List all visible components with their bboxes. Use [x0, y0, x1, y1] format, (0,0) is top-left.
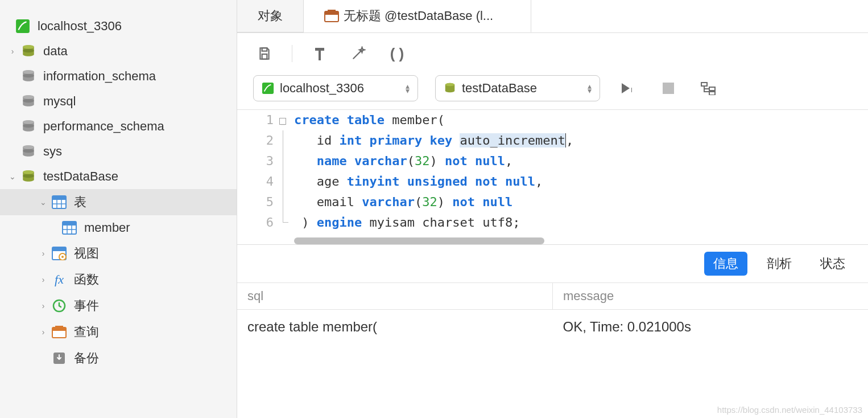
svg-point-3: [23, 45, 34, 49]
queries-folder[interactable]: › 查询: [0, 319, 237, 345]
query-icon: [50, 324, 68, 340]
db-label: performance_schema: [43, 119, 164, 134]
folder-label: 表: [74, 194, 86, 211]
backup-icon: [50, 350, 68, 366]
folder-label: 备份: [74, 350, 99, 367]
svg-point-17: [23, 174, 34, 178]
toolbar: ( ): [237, 33, 868, 71]
svg-point-18: [23, 170, 34, 174]
connection-icon: [262, 82, 274, 95]
svg-point-6: [23, 70, 34, 74]
db-label: information_schema: [43, 69, 156, 84]
svg-rect-41: [262, 48, 267, 51]
horizontal-scrollbar[interactable]: [294, 237, 544, 244]
svg-point-2: [23, 49, 34, 53]
stepper-icon: ▴▾: [588, 84, 592, 93]
svg-rect-47: [663, 83, 674, 94]
database-node-testdatabase[interactable]: ⌄ testDataBase: [0, 164, 237, 189]
database-icon: [19, 169, 38, 185]
views-folder[interactable]: › 视图: [0, 240, 237, 267]
connection-icon: [14, 18, 32, 34]
database-icon: [19, 93, 38, 109]
database-node-sys[interactable]: sys: [0, 139, 237, 164]
chevron-down-icon: ⌄: [36, 198, 50, 207]
database-node-mysql[interactable]: mysql: [0, 89, 237, 114]
results-panel: 信息 剖析 状态 sql message create table member…: [237, 244, 868, 418]
query-tab-icon: [324, 9, 339, 23]
svg-rect-48: [701, 83, 707, 86]
watermark: https://blog.csdn.net/weixin_44103733: [717, 405, 862, 415]
database-icon: [19, 144, 38, 159]
chevron-down-icon: ⌄: [6, 172, 19, 181]
result-row[interactable]: create table member( OK, Time: 0.021000s: [237, 310, 868, 344]
svg-point-11: [23, 124, 34, 128]
tab-objects[interactable]: 对象: [237, 0, 304, 32]
svg-rect-0: [16, 19, 30, 33]
clock-icon: [50, 298, 68, 314]
backups-folder[interactable]: 备份: [0, 345, 237, 371]
database-picker[interactable]: testDataBase ▴▾: [435, 75, 600, 101]
table-label: member: [84, 220, 130, 235]
cell-message: OK, Time: 0.021000s: [553, 319, 869, 335]
functions-folder[interactable]: › fx 函数: [0, 267, 237, 293]
svg-point-15: [23, 145, 34, 149]
result-tab-info[interactable]: 信息: [704, 252, 747, 276]
result-tab-profile[interactable]: 剖析: [758, 252, 801, 276]
result-tabs: 信息 剖析 状态: [237, 245, 868, 282]
table-node-member[interactable]: member: [0, 215, 237, 240]
svg-point-45: [445, 83, 455, 87]
result-tab-status[interactable]: 状态: [811, 252, 854, 276]
db-label: mysql: [43, 94, 76, 109]
beautify-button[interactable]: [347, 42, 370, 65]
database-icon: [444, 82, 456, 95]
svg-rect-50: [709, 92, 715, 95]
database-icon: [19, 43, 38, 59]
picker-value: testDataBase: [462, 81, 537, 96]
col-sql: sql: [237, 283, 553, 309]
folder-label: 函数: [74, 271, 99, 288]
chevron-right-icon: ›: [36, 327, 50, 337]
database-icon: [19, 68, 38, 84]
stop-button[interactable]: [657, 77, 680, 100]
svg-point-9: [23, 95, 34, 99]
table-icon: [50, 194, 68, 210]
svg-point-12: [23, 120, 34, 124]
folder-label: 查询: [74, 323, 99, 341]
svg-text:I: I: [631, 87, 633, 93]
database-node-information-schema[interactable]: information_schema: [0, 64, 237, 89]
database-node-performance-schema[interactable]: performance_schema: [0, 114, 237, 139]
separator: [292, 45, 292, 62]
folder-label: 视图: [74, 245, 99, 262]
svg-rect-49: [709, 87, 715, 91]
format-button[interactable]: [308, 42, 331, 65]
svg-point-5: [23, 74, 34, 78]
folder-label: 事件: [74, 297, 99, 314]
connection-picker[interactable]: localhost_3306 ▴▾: [253, 75, 418, 101]
tab-label: 无标题 @testDataBase (l...: [344, 7, 493, 24]
db-label: data: [43, 44, 68, 59]
explain-button[interactable]: [697, 77, 720, 100]
svg-rect-43: [262, 83, 274, 94]
query-params: localhost_3306 ▴▾ testDataBase ▴▾ I: [237, 71, 868, 109]
svg-point-8: [23, 99, 34, 103]
editor-tabs: 对象 无标题 @testDataBase (l...: [237, 0, 868, 33]
chevron-right-icon: ›: [36, 275, 50, 284]
sql-editor[interactable]: 1create table member(2 id int primary ke…: [237, 109, 868, 233]
save-button[interactable]: [253, 42, 276, 65]
connection-tree[interactable]: localhost_3306 › data information_schema…: [0, 0, 237, 418]
events-folder[interactable]: › 事件: [0, 293, 237, 319]
svg-rect-36: [55, 326, 63, 328]
svg-rect-25: [63, 222, 76, 226]
cell-sql: create table member(: [237, 319, 553, 335]
table-icon: [60, 220, 78, 236]
tables-folder[interactable]: ⌄ 表: [0, 189, 237, 215]
connection-node[interactable]: localhost_3306: [0, 14, 237, 39]
stepper-icon: ▴▾: [406, 84, 410, 93]
tab-query[interactable]: 无标题 @testDataBase (l...: [304, 0, 531, 32]
chevron-right-icon: ›: [36, 301, 50, 310]
run-button[interactable]: I: [617, 77, 640, 100]
chevron-right-icon: ›: [6, 47, 19, 56]
view-icon: [50, 245, 68, 261]
database-node-data[interactable]: › data: [0, 39, 237, 64]
parentheses-button[interactable]: ( ): [386, 42, 408, 65]
